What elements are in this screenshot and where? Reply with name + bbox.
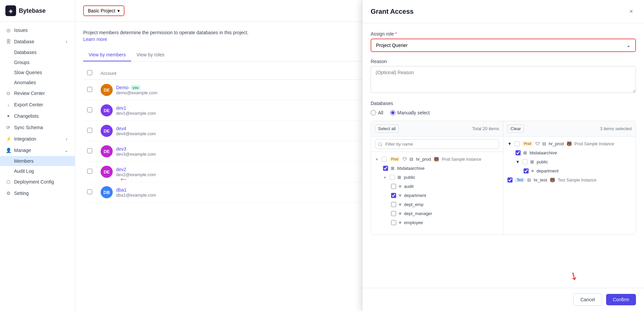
db-name: public (404, 175, 415, 180)
db-checkbox[interactable] (382, 157, 387, 162)
member-name[interactable]: dev3 (116, 146, 126, 152)
table-icon: ≡ (399, 220, 401, 225)
row-checkbox[interactable] (87, 148, 92, 153)
db-icon: 🐻 (567, 141, 572, 146)
member-name[interactable]: Demo (116, 85, 128, 90)
sidebar-item-export-center[interactable]: ↓ Export Center (0, 99, 75, 110)
expand-icon[interactable]: ▼ (383, 175, 387, 179)
project-selector[interactable]: Basic Project ▾ (83, 5, 124, 16)
modal-body: Assign role * Project Querier ⌄ Reason D… (363, 23, 644, 288)
list-item[interactable]: Test ⊟ hr_test 🐻 Test Sample Instance (503, 175, 636, 185)
list-item[interactable]: ▼ ⊞ public (503, 157, 636, 166)
select-all-button[interactable]: Select all (375, 124, 399, 133)
table-icon: ≡ (399, 211, 401, 216)
export-icon: ↓ (5, 102, 11, 108)
tab-view-roles[interactable]: View by roles (131, 49, 170, 61)
sidebar-item-changelists[interactable]: ✦ Changelists (0, 110, 75, 122)
list-item[interactable]: ≡ employee (371, 218, 503, 227)
db-checkbox[interactable] (391, 202, 396, 207)
db-checkbox[interactable] (383, 166, 388, 171)
db-name: audit (404, 184, 414, 189)
db-checkbox[interactable] (391, 193, 396, 198)
member-name[interactable]: dev4 (116, 126, 126, 131)
reason-textarea[interactable] (371, 66, 636, 93)
db-checkbox[interactable] (523, 159, 528, 164)
radio-all[interactable]: All (371, 110, 383, 115)
sidebar-item-deployment-config[interactable]: ⬡ Deployment Config (0, 176, 75, 188)
expand-icon[interactable]: ▼ (516, 159, 520, 164)
list-item[interactable]: ▼ Prod 🛡 ⊟ hr_prod 🐻 Prod Sample Instanc… (371, 155, 503, 164)
radio-manually-input[interactable] (390, 110, 395, 115)
db-checkbox[interactable] (391, 211, 396, 216)
db-checkbox[interactable] (390, 175, 395, 180)
sidebar-item-audit-log[interactable]: Audit Log (0, 166, 75, 176)
deploy-icon: ⬡ (5, 179, 11, 185)
list-item[interactable]: ▼ Prod 🛡 ⊟ hr_prod 🐻 Prod Sample Instanc… (503, 139, 636, 148)
radio-manually[interactable]: Manually select (390, 110, 430, 115)
tab-view-members[interactable]: View by members (83, 49, 131, 61)
role-select-chevron: ⌄ (627, 43, 631, 48)
list-item[interactable]: ⊞ bbdataarchive (371, 164, 503, 173)
list-item[interactable]: ⊞ bbdataarchive (503, 148, 636, 157)
radio-all-input[interactable] (371, 110, 376, 115)
member-name[interactable]: dev1 (116, 105, 126, 111)
db-checkbox[interactable] (516, 150, 521, 155)
table-icon: ≡ (399, 202, 401, 207)
shield-icon: 🛡 (402, 157, 407, 162)
right-panel-list: ▼ Prod 🛡 ⊟ hr_prod 🐻 Prod Sample Instanc… (503, 137, 636, 235)
table-icon: ≡ (399, 184, 401, 189)
sidebar-item-databases[interactable]: Databases (0, 47, 75, 57)
db-checkbox[interactable] (391, 184, 396, 189)
member-name[interactable]: dev2 (116, 167, 126, 172)
sidebar-item-database[interactable]: 🗄 Database › (0, 36, 75, 47)
list-item[interactable]: ≡ dept_emp (371, 200, 503, 209)
cancel-button[interactable]: Cancel (573, 294, 602, 306)
list-item[interactable]: ≡ department (503, 166, 636, 175)
clear-button[interactable]: Clear (507, 124, 524, 133)
expand-icon[interactable]: ▼ (507, 141, 512, 146)
sidebar-item-anomalies[interactable]: Anomalies (0, 77, 75, 88)
sidebar-item-slow-queries[interactable]: Slow Queries (0, 67, 75, 77)
sidebar-item-sync-schema[interactable]: ⟳ Sync Schema (0, 122, 75, 133)
role-select-value: Project Querier (376, 43, 408, 48)
project-selector-label: Basic Project (88, 8, 115, 13)
db-icon: 🐻 (434, 157, 439, 162)
modal-close-button[interactable]: × (627, 7, 636, 16)
instance-name: Prod Sample Instance (442, 157, 481, 162)
row-checkbox[interactable] (87, 189, 92, 194)
sidebar-item-issues[interactable]: ◎ Issues (0, 24, 75, 36)
row-checkbox[interactable] (87, 107, 92, 112)
db-icon: ⊞ (530, 159, 534, 164)
sidebar-item-setting[interactable]: ⚙ Setting (0, 188, 75, 199)
db-checkbox[interactable] (524, 168, 529, 173)
sidebar-item-members[interactable]: Members (0, 156, 75, 166)
table-icon: ≡ (399, 193, 401, 198)
list-item[interactable]: ▼ ⊞ public (371, 173, 503, 182)
list-item[interactable]: ≡ audit (371, 182, 503, 191)
sidebar-item-manage[interactable]: 👤 Manage ⌄ (0, 145, 75, 156)
sidebar-item-review-center[interactable]: ⊙ Review Center (0, 88, 75, 99)
test-badge: Test (515, 178, 525, 182)
db-checkbox[interactable] (507, 177, 513, 183)
row-checkbox[interactable] (87, 169, 92, 174)
row-checkbox[interactable] (87, 87, 92, 92)
member-name[interactable]: dba1 (116, 187, 126, 193)
review-icon: ⊙ (5, 90, 11, 96)
expand-icon[interactable]: ▼ (375, 157, 379, 161)
db-filter-input[interactable] (375, 139, 499, 149)
list-item[interactable]: ≡ dept_manager (371, 209, 503, 218)
select-all-checkbox[interactable] (87, 70, 92, 75)
sidebar-item-groups[interactable]: Groups (0, 57, 75, 67)
learn-more-link[interactable]: Learn more (83, 37, 107, 42)
confirm-button[interactable]: Confirm (606, 294, 636, 305)
db-checkbox[interactable] (391, 220, 396, 225)
reason-group: Reason (371, 59, 636, 94)
sidebar-item-integration[interactable]: ⚡ Integration › (0, 133, 75, 145)
avatar: DE (101, 84, 113, 96)
row-checkbox[interactable] (87, 128, 92, 133)
db-checkbox[interactable] (515, 141, 520, 146)
list-item[interactable]: ≡ department (371, 191, 503, 200)
assign-role-group: Assign role * Project Querier ⌄ (371, 31, 636, 52)
role-select[interactable]: Project Querier ⌄ (371, 39, 636, 52)
member-email: dba1@example.com (116, 193, 156, 198)
